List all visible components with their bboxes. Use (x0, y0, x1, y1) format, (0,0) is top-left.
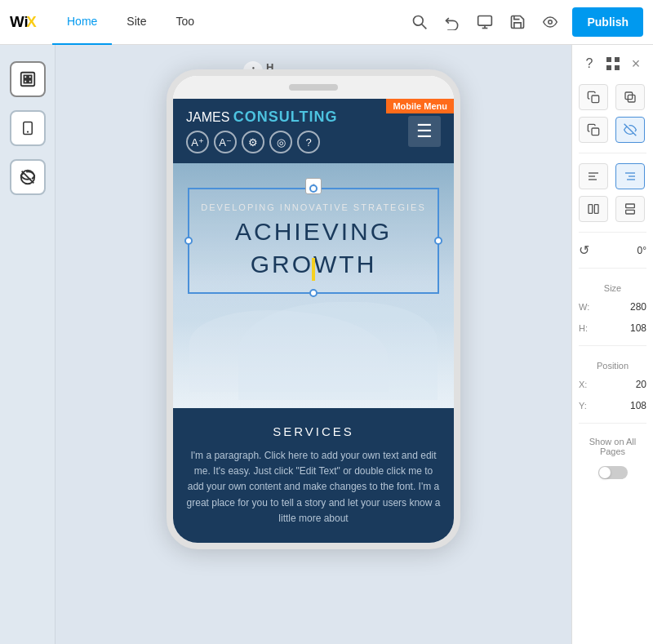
divider-3 (579, 268, 646, 269)
svg-line-3 (422, 24, 427, 29)
paste-action[interactable] (579, 117, 608, 143)
hero-title-line1: ACHIEVING (199, 217, 428, 246)
hero-subtitle: DEVELOPING INNOVATIVE STRATEGIES (199, 202, 428, 212)
mountain-shape-2 (238, 302, 438, 400)
canvas-area: ℹ H Mobile Menu JAMES CONSULTING A⁺ A⁻ (56, 45, 571, 644)
panel-align-row (579, 163, 646, 189)
divider-5 (579, 423, 646, 424)
x-value: 20 (636, 379, 646, 390)
topbar-icons (411, 13, 559, 31)
undo-icon[interactable] (443, 13, 461, 31)
height-row: H: 108 (579, 321, 646, 335)
panel-question-icon[interactable]: ? (579, 53, 600, 74)
copy-action[interactable] (579, 84, 608, 110)
mobile-tool[interactable] (10, 110, 46, 146)
x-row: X: 20 (579, 377, 646, 392)
logo-icon-3: ⚙ (242, 131, 264, 153)
height-value: 108 (630, 322, 646, 334)
svg-rect-32 (589, 205, 593, 214)
size-label: Size (579, 283, 646, 293)
distribute-v-action[interactable] (615, 196, 645, 222)
svg-rect-20 (615, 65, 620, 70)
y-label: Y: (579, 401, 587, 411)
save-icon[interactable] (509, 13, 526, 31)
rotation-value: 0° (637, 245, 646, 256)
logo-icon-5: ? (297, 131, 320, 153)
rotate-icon: ↺ (579, 242, 589, 258)
nav-tabs: Home Site Too (52, 0, 411, 44)
yellow-marker (312, 258, 315, 281)
handle-top[interactable] (309, 184, 318, 193)
svg-rect-24 (592, 128, 599, 135)
svg-rect-10 (28, 75, 31, 78)
panel-copy-row (579, 84, 646, 110)
phone-top-bar (173, 76, 454, 99)
rotation-row: ↺ 0° (579, 242, 646, 258)
pages-tool[interactable] (10, 61, 46, 97)
logo-icon-2: A⁻ (214, 131, 237, 153)
panel-close-icon[interactable]: × (625, 53, 646, 74)
services-paragraph: I'm a paragraph. Click here to add your … (186, 448, 441, 526)
svg-rect-23 (628, 95, 635, 102)
align-left-action[interactable] (579, 163, 608, 189)
width-row: W: 280 (579, 300, 646, 314)
width-value: 280 (630, 301, 646, 313)
publish-button[interactable]: Publish (572, 7, 643, 37)
handle-right[interactable] (434, 237, 442, 245)
services-title: SERVICES (186, 424, 441, 438)
y-row: Y: 108 (579, 398, 646, 413)
divider-2 (579, 232, 646, 233)
svg-rect-35 (625, 210, 634, 214)
svg-rect-19 (606, 65, 611, 70)
desktop-icon[interactable] (476, 13, 494, 31)
panel-grid-icon[interactable] (602, 53, 624, 74)
phone-speaker (289, 84, 338, 91)
hamburger-button[interactable]: ☰ (408, 116, 441, 147)
show-all-pages-label: Show on All Pages (579, 437, 646, 456)
tab-site[interactable]: Site (112, 0, 161, 45)
show-all-pages-toggle[interactable] (598, 466, 628, 479)
panel-align-row-2 (579, 196, 646, 222)
left-sidebar (0, 45, 56, 644)
services-section: SERVICES I'm a paragraph. Click here to … (173, 408, 454, 543)
logo-text: JAMES CONSULTING (186, 109, 337, 126)
handle-left[interactable] (184, 237, 193, 245)
svg-text:Wi: Wi (10, 13, 29, 30)
mobile-menu-badge[interactable]: Mobile Menu (386, 99, 454, 113)
x-label: X: (579, 380, 587, 389)
height-label: H: (579, 323, 588, 333)
zoom-icon[interactable] (411, 13, 429, 31)
eye-icon[interactable] (541, 13, 559, 31)
svg-point-7 (549, 20, 553, 24)
svg-rect-21 (592, 95, 599, 103)
tab-home[interactable]: Home (52, 0, 112, 45)
svg-rect-34 (625, 204, 634, 208)
main-layout: ℹ H Mobile Menu JAMES CONSULTING A⁺ A⁻ (0, 45, 653, 644)
svg-rect-18 (615, 57, 620, 62)
svg-rect-17 (606, 57, 611, 62)
phone-mockup: Mobile Menu JAMES CONSULTING A⁺ A⁻ ⚙ ◎ ? (167, 69, 460, 549)
svg-point-2 (414, 16, 424, 26)
site-logo-area: JAMES CONSULTING A⁺ A⁻ ⚙ ◎ ? (186, 109, 337, 153)
svg-rect-22 (625, 92, 633, 100)
hide-tool[interactable] (10, 159, 46, 195)
duplicate-action[interactable] (615, 84, 645, 110)
svg-rect-12 (28, 80, 31, 83)
width-label: W: (579, 302, 589, 312)
align-right-action[interactable] (615, 163, 645, 189)
hide-action[interactable] (615, 117, 645, 143)
y-value: 108 (630, 400, 646, 411)
distribute-h-action[interactable] (579, 196, 608, 222)
handle-bottom[interactable] (309, 289, 318, 297)
panel-top-icons: ? × (579, 53, 646, 74)
svg-rect-4 (478, 16, 492, 26)
wix-logo: Wi X (10, 13, 39, 31)
topbar: Wi X Home Site Too (0, 0, 653, 45)
position-label: Position (579, 361, 646, 371)
hero-text-box[interactable]: ↓ DEVELOPING INNOVATIVE STRATEGIES ACHIE… (188, 188, 439, 294)
tab-tools[interactable]: Too (161, 0, 209, 45)
svg-rect-9 (24, 75, 27, 78)
svg-text:X: X (26, 13, 37, 30)
logo-icon-1: A⁺ (186, 131, 209, 153)
divider-1 (579, 153, 646, 153)
